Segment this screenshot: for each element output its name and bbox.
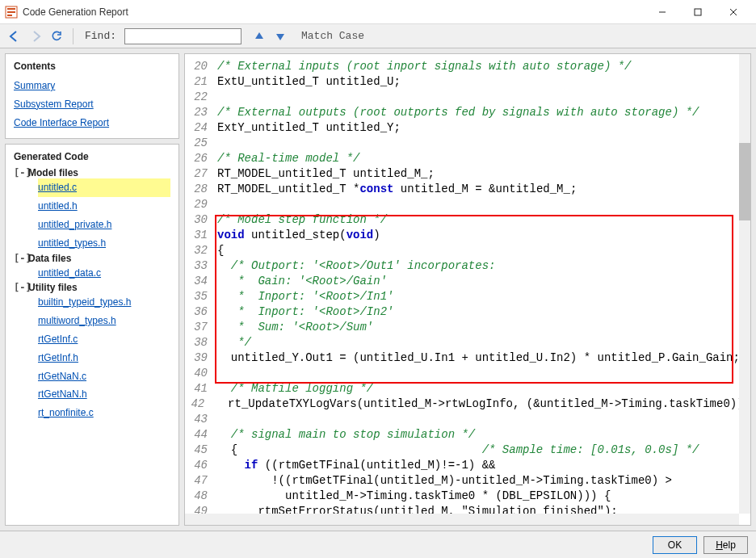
line-number: 41 [185,381,217,396]
app-icon [5,6,18,19]
maximize-button[interactable] [680,1,716,23]
code-text: /* Real-time model */ [217,151,750,166]
code-line: 47 !((rtmGetTFinal(untitled_M)-untitled_… [185,473,750,489]
contents-link[interactable]: Summary [14,77,170,95]
file-link[interactable]: rtGetNaN.h [38,385,170,404]
file-link[interactable]: rtGetNaN.c [38,367,170,386]
window-title: Code Generation Report [23,6,645,18]
contents-panel: Contents SummarySubsystem ReportCode Int… [5,53,179,139]
line-number: 21 [185,74,217,90]
sidebar: Contents SummarySubsystem ReportCode Int… [5,53,179,526]
dialog-buttons: OK Help [0,531,756,558]
tree-group[interactable]: [-]Data files [14,253,170,264]
line-number: 38 [185,335,217,350]
generated-code-panel: Generated Code [-]Model filesuntitled.cu… [5,144,179,526]
refresh-button[interactable] [48,28,65,44]
code-text: { [217,243,750,258]
scrollbar-horizontal[interactable] [185,514,739,525]
line-number: 26 [185,151,217,166]
contents-link[interactable]: Subsystem Report [14,95,170,114]
find-next-button[interactable] [272,28,288,44]
code-line: 41 /* Matfile logging */ [185,381,750,396]
line-number: 40 [185,366,217,381]
file-link[interactable]: untitled_private.h [38,216,170,234]
scrollbar-vertical[interactable] [739,54,750,514]
code-line: 31void untitled_step(void) [185,228,750,243]
ok-button[interactable]: OK [653,536,697,554]
tree-group[interactable]: [-]Utility files [14,282,170,293]
file-link[interactable]: builtin_typeid_types.h [38,293,170,312]
back-button[interactable] [6,28,23,44]
line-number: 45 [185,443,217,458]
minimize-button[interactable] [645,1,680,23]
code-text: * Gain: '<Root>/Gain' [217,274,750,289]
code-line: 34 * Gain: '<Root>/Gain' [185,274,750,289]
line-number: 48 [185,489,217,504]
line-number: 28 [185,182,217,197]
line-number: 29 [185,197,217,212]
svg-rect-3 [7,15,12,16]
titlebar: Code Generation Report [0,0,756,24]
code-line: 30/* Model step function */ [185,212,750,228]
line-number: 44 [185,427,217,443]
file-link[interactable]: untitled.c [38,178,170,197]
find-label: Find: [85,30,116,42]
match-case-label[interactable]: Match Case [301,30,364,42]
code-line: 45 { /* Sample time: [0.01s, 0.0s] */ [185,443,750,458]
code-line: 20/* External inputs (root inport signal… [185,59,750,74]
help-button[interactable]: Help [704,536,748,554]
line-number: 27 [185,166,217,182]
generated-code-heading: Generated Code [14,151,170,162]
close-button[interactable] [716,1,751,23]
scrollbar-thumb[interactable] [739,143,750,220]
code-line: 48 untitled_M->Timing.taskTime0 * (DBL_E… [185,489,750,504]
line-number: 22 [185,90,217,105]
code-text: ExtY_untitled_T untitled_Y; [217,120,750,136]
toolbar: Find: Match Case [0,24,756,48]
code-line: 37 * Sum: '<Root>/Sum' [185,320,750,335]
code-text: * Inport: '<Root>/In1' [217,289,750,304]
line-number: 37 [185,320,217,335]
code-line: 25 [185,136,750,151]
code-text: if ((rtmGetTFinal(untitled_M)!=-1) && [217,458,750,473]
code-line: 43 [185,412,750,427]
find-input[interactable] [124,28,242,44]
code-line: 44 /* signal main to stop simulation */ [185,427,750,443]
tree-group[interactable]: [-]Model files [14,167,170,178]
contents-link[interactable]: Code Interface Report [14,114,170,132]
svg-rect-2 [7,11,15,13]
file-link[interactable]: rtGetInf.c [38,330,170,349]
code-text: /* External inputs (root inport signals … [217,59,750,74]
tree-toggle-icon[interactable]: [-] [14,282,25,293]
line-number: 42 [185,396,214,412]
line-number: 31 [185,228,217,243]
code-line: 42 rt_UpdateTXYLogVars(untitled_M->rtwLo… [185,396,750,412]
code-scroll-area[interactable]: 20/* External inputs (root inport signal… [185,54,750,525]
file-link[interactable]: untitled_types.h [38,234,170,253]
code-text: * Inport: '<Root>/In2' [217,304,750,320]
code-line: 24ExtY_untitled_T untitled_Y; [185,120,750,136]
code-text: /* Model step function */ [217,212,750,228]
tree-toggle-icon[interactable]: [-] [14,253,25,264]
code-line: 38 */ [185,335,750,350]
code-line: 33 /* Outport: '<Root>/Out1' incorporate… [185,258,750,274]
find-prev-button[interactable] [251,28,267,44]
line-number: 35 [185,289,217,304]
line-number: 47 [185,473,217,489]
file-link[interactable]: rtGetInf.h [38,349,170,367]
forward-button[interactable] [27,28,44,44]
file-link[interactable]: untitled_data.c [38,264,170,283]
file-link[interactable]: multiword_types.h [38,312,170,330]
tree-toggle-icon[interactable]: [-] [14,167,25,178]
code-text: /* signal main to stop simulation */ [217,427,750,443]
code-text: * Sum: '<Root>/Sum' [217,320,750,335]
code-line: 32{ [185,243,750,258]
code-text: ExtU_untitled_T untitled_U; [217,74,750,90]
line-number: 36 [185,304,217,320]
code-text: /* Outport: '<Root>/Out1' incorporates: [217,258,750,274]
code-text: rt_UpdateTXYLogVars(untitled_M->rtwLogIn… [214,396,750,412]
code-line: 21ExtU_untitled_T untitled_U; [185,74,750,90]
code-line: 39 untitled_Y.Out1 = (untitled_U.In1 + u… [185,350,750,366]
file-link[interactable]: untitled.h [38,197,170,216]
file-link[interactable]: rt_nonfinite.c [38,404,170,422]
